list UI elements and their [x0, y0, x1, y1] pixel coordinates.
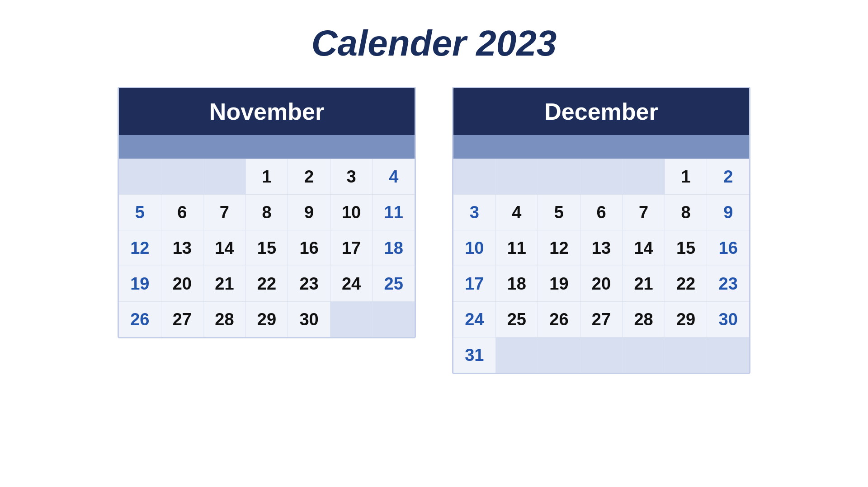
day-cell: 28: [623, 302, 665, 337]
day-cell: [707, 337, 749, 373]
day-cell: 22: [246, 266, 288, 301]
day-cell: 11: [373, 195, 415, 230]
day-cell: 21: [203, 266, 245, 301]
november-header: November: [119, 88, 415, 135]
day-cell: 11: [496, 230, 538, 266]
day-cell: 7: [203, 195, 245, 230]
day-cell: 24: [330, 266, 373, 301]
day-cell: 23: [707, 266, 749, 301]
day-cell: 28: [203, 302, 245, 337]
day-cell: 2: [707, 159, 749, 194]
december-header: December: [453, 88, 749, 135]
day-cell: 13: [161, 230, 203, 266]
day-cell: [538, 337, 580, 373]
november-grid: 1234567891011121314151617181920212223242…: [119, 159, 415, 337]
day-cell: 20: [161, 266, 203, 301]
day-cell: 19: [538, 266, 580, 301]
day-cell: 27: [161, 302, 203, 337]
day-cell: 9: [707, 195, 749, 230]
day-cell: [580, 337, 623, 373]
day-cell: 7: [623, 195, 665, 230]
day-cell: 15: [665, 230, 707, 266]
day-cell: 20: [580, 266, 623, 301]
day-cell: [623, 337, 665, 373]
day-cell: 17: [330, 230, 373, 266]
day-cell: [453, 159, 495, 194]
day-cell: 5: [119, 195, 161, 230]
day-cell: 3: [453, 195, 495, 230]
day-cell: 26: [538, 302, 580, 337]
december-calendar: December 1234567891011121314151617181920…: [452, 87, 750, 374]
day-cell: 13: [580, 230, 623, 266]
december-days-header: [453, 135, 749, 159]
day-cell: 29: [246, 302, 288, 337]
november-days-header: [119, 135, 415, 159]
day-cell: 16: [707, 230, 749, 266]
day-cell: [496, 159, 538, 194]
day-cell: [330, 302, 373, 337]
day-cell: 10: [330, 195, 373, 230]
day-cell: 3: [330, 159, 373, 194]
day-cell: [496, 337, 538, 373]
day-cell: 18: [373, 230, 415, 266]
day-cell: 25: [496, 302, 538, 337]
day-cell: 8: [665, 195, 707, 230]
day-cell: 6: [580, 195, 623, 230]
day-cell: 9: [288, 195, 330, 230]
day-cell: [119, 159, 161, 194]
day-cell: 2: [288, 159, 330, 194]
day-cell: 12: [538, 230, 580, 266]
day-cell: [161, 159, 203, 194]
day-cell: 21: [623, 266, 665, 301]
calendars-row: November 1234567891011121314151617181920…: [118, 87, 750, 374]
day-cell: 23: [288, 266, 330, 301]
day-cell: 31: [453, 337, 495, 373]
day-cell: 6: [161, 195, 203, 230]
day-cell: 1: [665, 159, 707, 194]
day-cell: 12: [119, 230, 161, 266]
day-cell: [373, 302, 415, 337]
day-cell: 15: [246, 230, 288, 266]
day-cell: [580, 159, 623, 194]
day-cell: 14: [623, 230, 665, 266]
day-cell: [623, 159, 665, 194]
day-cell: [665, 337, 707, 373]
december-grid: 1234567891011121314151617181920212223242…: [453, 159, 749, 373]
day-cell: 30: [707, 302, 749, 337]
november-calendar: November 1234567891011121314151617181920…: [118, 87, 416, 338]
day-cell: 4: [496, 195, 538, 230]
day-cell: 22: [665, 266, 707, 301]
day-cell: 17: [453, 266, 495, 301]
day-cell: 30: [288, 302, 330, 337]
day-cell: 5: [538, 195, 580, 230]
day-cell: [203, 159, 245, 194]
day-cell: 18: [496, 266, 538, 301]
day-cell: 29: [665, 302, 707, 337]
day-cell: 16: [288, 230, 330, 266]
day-cell: 26: [119, 302, 161, 337]
page-title: Calender 2023: [311, 23, 557, 64]
day-cell: 24: [453, 302, 495, 337]
day-cell: 19: [119, 266, 161, 301]
day-cell: [538, 159, 580, 194]
day-cell: 27: [580, 302, 623, 337]
day-cell: 25: [373, 266, 415, 301]
day-cell: 4: [373, 159, 415, 194]
day-cell: 10: [453, 230, 495, 266]
day-cell: 1: [246, 159, 288, 194]
day-cell: 8: [246, 195, 288, 230]
day-cell: 14: [203, 230, 245, 266]
